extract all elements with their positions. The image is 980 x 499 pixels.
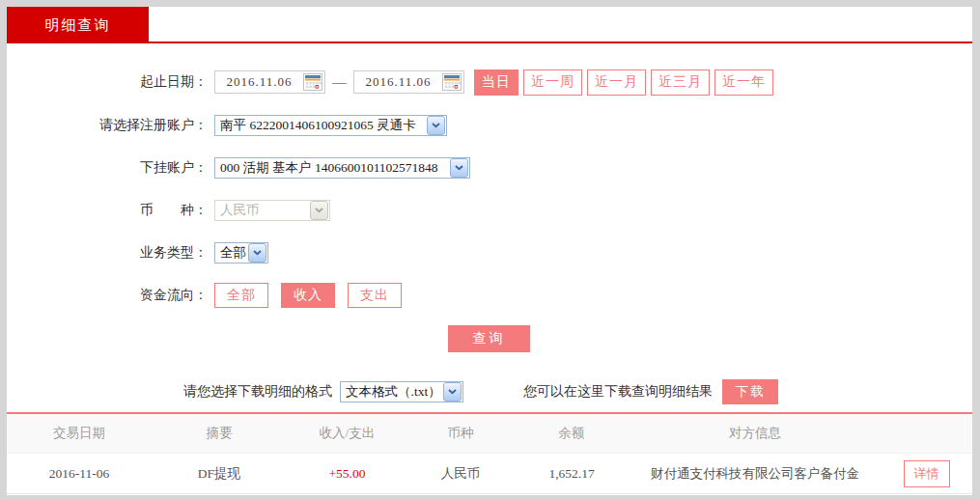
download-hint: 您可以在这里下载查询明细结果 <box>523 383 713 401</box>
header-income-expense: 收入/支出 <box>287 425 407 442</box>
chevron-down-icon <box>443 382 462 402</box>
quick-range-month-button[interactable]: 近一月 <box>587 69 646 96</box>
business-type-value: 全部 <box>215 244 247 262</box>
cell-trade-date: 2016-11-06 <box>7 466 152 482</box>
main-panel: 明细查询 起止日期： 2016.11.06 — 2016 <box>7 7 972 495</box>
download-format-select[interactable]: 文本格式（.txt） <box>340 381 463 402</box>
currency-label: 币 种： <box>7 202 208 219</box>
tab-detail-query-label: 明细查询 <box>45 16 111 35</box>
cell-counterparty: 财付通支付科技有限公司客户备付金 <box>630 465 881 483</box>
download-button[interactable]: 下载 <box>722 379 778 404</box>
page: { "colors": { "brand-red": "#d40000", "a… <box>0 0 980 499</box>
chevron-down-icon <box>450 158 468 178</box>
header-balance: 余额 <box>514 425 630 442</box>
table-row: 2016-11-06 DF提现 +55.00 人民币 1,652.17 财付通支… <box>7 455 972 494</box>
download-format-label: 请您选择下载明细的格式 <box>183 383 332 401</box>
header-trade-date: 交易日期 <box>7 425 152 442</box>
chevron-down-icon <box>248 243 266 263</box>
download-row: 请您选择下载明细的格式 文本格式（.txt） 您可以在这里下载查询明细结果 下载 <box>7 379 972 404</box>
business-type-select[interactable]: 全部 <box>214 242 268 263</box>
table-header-row: 交易日期 摘要 收入/支出 币种 余额 对方信息 <box>7 414 972 454</box>
currency-select: 人民币 <box>214 200 330 221</box>
quick-range-week-button[interactable]: 近一周 <box>523 69 582 96</box>
fund-flow-expense-button[interactable]: 支出 <box>348 283 402 308</box>
registered-account-label: 请选择注册账户： <box>7 117 208 134</box>
tab-underline <box>7 42 972 43</box>
cell-amount: +55.00 <box>287 466 407 482</box>
cell-summary: DF提现 <box>152 465 287 483</box>
end-date-value: 2016.11.06 <box>354 74 442 90</box>
sub-account-label: 下挂账户： <box>7 159 208 177</box>
sub-account-row: 下挂账户： 000 活期 基本户 1406600101102571848 <box>7 156 972 180</box>
fund-flow-label: 资金流向： <box>7 287 208 304</box>
registered-account-row: 请选择注册账户： 南平 6222001406100921065 灵通卡 <box>7 114 972 137</box>
start-date-input[interactable]: 2016.11.06 <box>214 70 325 94</box>
quick-range-today-button[interactable]: 当日 <box>474 69 518 96</box>
date-range-label: 起止日期： <box>7 73 208 91</box>
chevron-down-icon <box>310 201 328 220</box>
quick-range-year-button[interactable]: 近一年 <box>714 69 773 96</box>
tab-detail-query[interactable]: 明细查询 <box>7 7 149 43</box>
fund-flow-row: 资金流向： 全部 收入 支出 <box>7 282 972 309</box>
download-format-value: 文本格式（.txt） <box>341 383 442 401</box>
quick-range-quarter-button[interactable]: 近三月 <box>651 69 710 96</box>
sub-account-value: 000 活期 基本户 1406600101102571848 <box>215 159 449 177</box>
cell-balance: 1,652.17 <box>514 466 630 482</box>
currency-value: 人民币 <box>215 202 309 219</box>
detail-button[interactable]: 详情 <box>904 460 950 487</box>
header-summary: 摘要 <box>152 425 287 442</box>
cell-currency: 人民币 <box>407 465 514 483</box>
sub-account-select[interactable]: 000 活期 基本户 1406600101102571848 <box>214 157 470 179</box>
registered-account-select[interactable]: 南平 6222001406100921065 灵通卡 <box>214 115 447 136</box>
calendar-icon[interactable] <box>303 73 322 91</box>
business-type-label: 业务类型： <box>7 244 208 262</box>
query-button[interactable]: 查询 <box>448 325 530 352</box>
date-separator: — <box>332 74 347 91</box>
chevron-down-icon <box>427 116 445 135</box>
calendar-icon[interactable] <box>442 73 462 91</box>
fund-flow-all-button[interactable]: 全部 <box>214 283 268 308</box>
registered-account-value: 南平 6222001406100921065 灵通卡 <box>215 117 426 134</box>
end-date-input[interactable]: 2016.11.06 <box>353 70 464 94</box>
header-currency: 币种 <box>407 425 514 442</box>
currency-row: 币 种： 人民币 <box>7 199 972 222</box>
date-range-row: 起止日期： 2016.11.06 — 2016.11.06 <box>7 69 972 96</box>
start-date-value: 2016.11.06 <box>215 74 303 90</box>
fund-flow-income-button[interactable]: 收入 <box>281 283 335 308</box>
business-type-row: 业务类型： 全部 <box>7 241 972 264</box>
cell-actions: 详情 <box>881 460 972 487</box>
header-counterparty: 对方信息 <box>630 425 881 442</box>
